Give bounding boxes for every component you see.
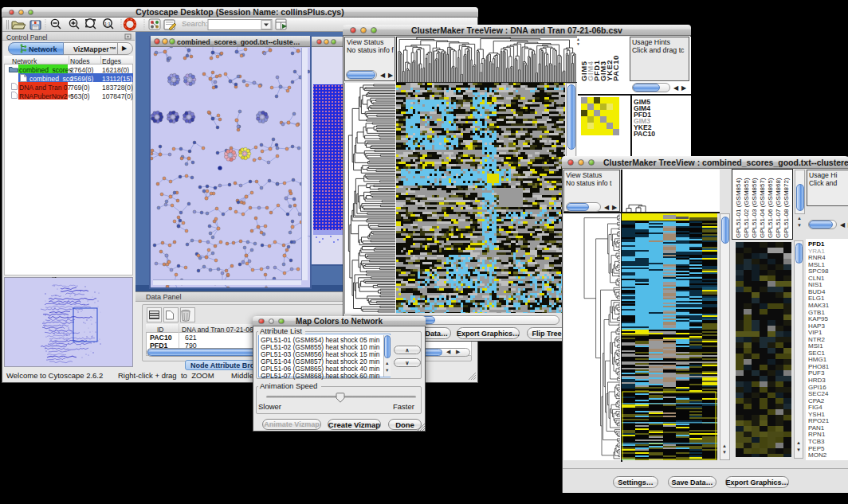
svg-text:Search:: Search: [182, 19, 208, 28]
svg-text:1:1: 1:1 [104, 21, 111, 26]
